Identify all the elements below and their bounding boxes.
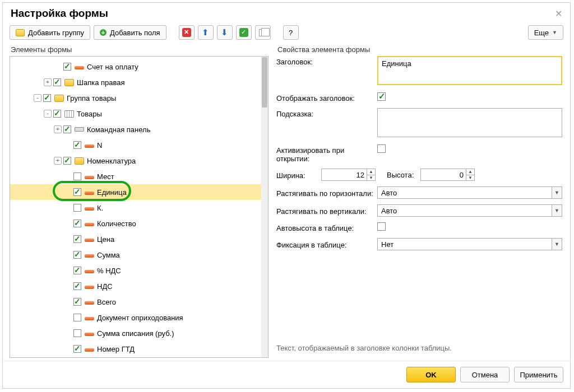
expand-icon[interactable]: - bbox=[34, 94, 41, 102]
tree-row[interactable]: Документ оприходования bbox=[10, 310, 261, 325]
show-title-checkbox[interactable] bbox=[377, 92, 386, 101]
prop-stretch-h-label: Растягивать по горизонтали: bbox=[276, 188, 377, 198]
tree-checkbox[interactable] bbox=[73, 204, 81, 212]
copy-button[interactable] bbox=[255, 25, 271, 40]
tree-item-label: Шапка правая bbox=[77, 78, 125, 87]
tree-checkbox[interactable] bbox=[63, 63, 71, 71]
tree-row[interactable]: Номер ГТД bbox=[10, 341, 261, 357]
stretch-h-select[interactable]: ▼ bbox=[377, 186, 562, 199]
move-up-button[interactable]: ⬆ bbox=[198, 25, 214, 40]
tree-checkbox[interactable] bbox=[53, 78, 61, 86]
tree-checkbox[interactable] bbox=[73, 298, 81, 306]
tree-row[interactable]: Сумма bbox=[10, 247, 261, 263]
delete-button[interactable]: ✕ bbox=[179, 25, 195, 40]
chevron-down-icon[interactable]: ▼ bbox=[552, 187, 562, 198]
plus-icon: + bbox=[100, 29, 107, 36]
tree-row[interactable]: +Шапка правая bbox=[10, 74, 261, 90]
expand-icon[interactable]: - bbox=[44, 110, 52, 118]
tree-checkbox[interactable] bbox=[73, 172, 81, 180]
tree-row[interactable]: Мест bbox=[10, 169, 261, 184]
window-title: Настройка формы bbox=[11, 7, 108, 20]
apply-button[interactable]: ✓ bbox=[236, 25, 252, 40]
tree-row[interactable]: Единица bbox=[10, 184, 261, 200]
title-input[interactable] bbox=[377, 56, 562, 85]
tree-row[interactable]: N bbox=[10, 137, 261, 153]
tree-checkbox[interactable] bbox=[43, 94, 51, 102]
tree-row[interactable]: К. bbox=[10, 200, 261, 216]
ok-button[interactable]: OK bbox=[406, 367, 456, 382]
prop-width-label: Ширина: bbox=[276, 170, 321, 180]
tree-checkbox[interactable] bbox=[73, 141, 81, 149]
move-down-button[interactable]: ⬇ bbox=[217, 25, 233, 40]
tree-item-label: Товары bbox=[77, 110, 102, 118]
field-icon bbox=[85, 207, 94, 211]
prop-height-label: Высота: bbox=[387, 171, 420, 179]
tree-checkbox[interactable] bbox=[63, 125, 71, 133]
fixation-select[interactable]: ▼ bbox=[377, 238, 562, 250]
tree-checkbox[interactable] bbox=[63, 157, 71, 165]
hint-input[interactable] bbox=[377, 108, 562, 137]
tree-row[interactable]: -Группа товары bbox=[10, 90, 261, 106]
height-down[interactable]: ▼ bbox=[466, 175, 474, 181]
expand-icon[interactable]: + bbox=[44, 78, 52, 86]
height-input[interactable] bbox=[421, 169, 466, 180]
tree-checkbox[interactable] bbox=[73, 188, 81, 196]
tree-checkbox[interactable] bbox=[73, 329, 81, 337]
cancel-button[interactable]: Отмена bbox=[460, 367, 510, 382]
tree-checkbox[interactable] bbox=[73, 251, 81, 259]
tree-checkbox[interactable] bbox=[73, 235, 81, 243]
expand-icon[interactable]: + bbox=[54, 157, 62, 165]
tree-row[interactable]: Цена bbox=[10, 231, 261, 247]
tree-row[interactable]: +Номенклатура bbox=[10, 153, 261, 169]
tree-item-label: Счет на оплату bbox=[87, 63, 138, 71]
tree-row[interactable]: Количество bbox=[10, 216, 261, 231]
tree-row[interactable]: +Командная панель bbox=[10, 122, 261, 137]
tree-row[interactable]: Сумма списания (руб.) bbox=[10, 325, 261, 341]
copy-icon bbox=[259, 29, 266, 36]
add-fields-button[interactable]: + Добавить поля bbox=[94, 25, 166, 40]
tree-checkbox[interactable] bbox=[73, 345, 81, 353]
prop-fixation-label: Фиксация в таблице: bbox=[276, 239, 377, 249]
tree-checkbox[interactable] bbox=[73, 314, 81, 321]
form-settings-window: Настройка формы ✕ Добавить группу + Доба… bbox=[2, 2, 571, 389]
close-icon[interactable]: ✕ bbox=[555, 8, 562, 19]
elements-tree[interactable]: Счет на оплату+Шапка правая-Группа товар… bbox=[10, 56, 269, 358]
tree-item-label: Сумма bbox=[97, 251, 120, 259]
add-group-button[interactable]: Добавить группу bbox=[10, 25, 90, 40]
field-icon bbox=[75, 66, 84, 69]
tree-row[interactable]: Счет на оплату bbox=[10, 59, 261, 74]
autoheight-checkbox[interactable] bbox=[377, 222, 386, 231]
chevron-down-icon[interactable]: ▼ bbox=[552, 205, 562, 216]
tree-checkbox[interactable] bbox=[73, 267, 81, 274]
tree-row[interactable]: НДС bbox=[10, 278, 261, 294]
width-spinner[interactable]: ▲▼ bbox=[321, 169, 376, 181]
field-icon bbox=[85, 144, 94, 148]
more-button[interactable]: Eще ▼ bbox=[528, 25, 563, 40]
height-spinner[interactable]: ▲▼ bbox=[420, 169, 475, 181]
tree-row[interactable]: -Товары bbox=[10, 106, 261, 122]
apply-button[interactable]: Применить bbox=[514, 367, 563, 382]
prop-hint-label: Подсказка: bbox=[276, 108, 377, 118]
expand-icon[interactable]: + bbox=[54, 125, 62, 133]
prop-showtitle-label: Отображать заголовок: bbox=[276, 92, 377, 102]
width-input[interactable] bbox=[322, 169, 367, 180]
activate-checkbox[interactable] bbox=[377, 144, 386, 153]
prop-autoheight-label: Автовысота в таблице: bbox=[276, 222, 377, 232]
tree-scrollbar[interactable] bbox=[261, 57, 268, 357]
tree-checkbox[interactable] bbox=[73, 220, 81, 227]
stretch-v-select[interactable]: ▼ bbox=[377, 204, 562, 217]
field-icon bbox=[85, 333, 94, 336]
width-down[interactable]: ▼ bbox=[367, 175, 375, 181]
tree-checkbox[interactable] bbox=[53, 110, 61, 118]
tree-item-label: Документ оприходования bbox=[97, 314, 183, 322]
chevron-down-icon[interactable]: ▼ bbox=[552, 239, 562, 250]
table-icon bbox=[64, 110, 74, 118]
tree-row[interactable]: Всего bbox=[10, 294, 261, 310]
tree-checkbox[interactable] bbox=[73, 282, 81, 290]
height-up[interactable]: ▲ bbox=[466, 169, 474, 175]
width-up[interactable]: ▲ bbox=[367, 169, 375, 175]
help-button[interactable]: ? bbox=[283, 25, 299, 40]
tree-row[interactable]: % НДС bbox=[10, 263, 261, 278]
field-icon bbox=[85, 270, 94, 273]
tree-item-label: N bbox=[97, 141, 102, 150]
